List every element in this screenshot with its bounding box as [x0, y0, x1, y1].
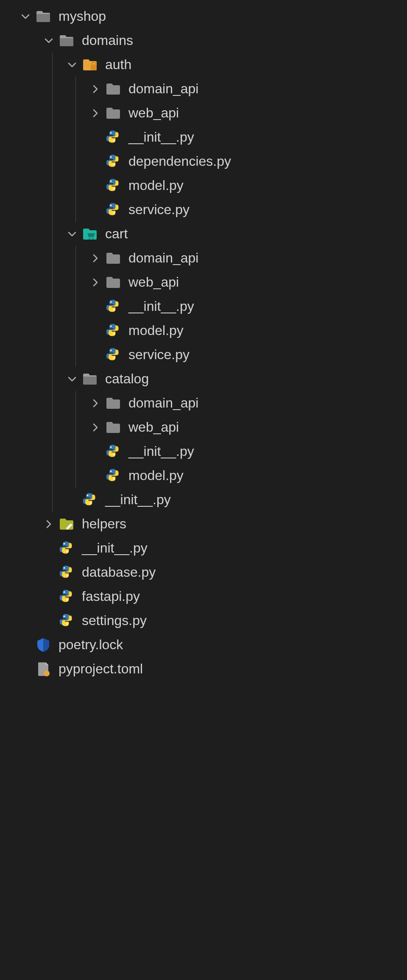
chevron-right-icon[interactable] [87, 274, 104, 291]
tree-item-label: __init__.py [105, 492, 171, 508]
tree-item[interactable]: model.py [0, 318, 407, 343]
tree-item[interactable]: domain_api [0, 77, 407, 101]
python-file-icon [104, 321, 123, 340]
python-file-icon [104, 297, 123, 316]
python-file-icon [104, 466, 123, 485]
tree-item[interactable]: service.py [0, 343, 407, 367]
tree-item-label: catalog [105, 371, 149, 387]
tree-item-label: dependencies.py [128, 154, 231, 169]
tree-item-label: pyproject.toml [59, 661, 143, 677]
tree-item[interactable]: __init__.py [0, 439, 407, 463]
folder-icon [104, 80, 123, 98]
tree-item-label: service.py [128, 347, 190, 363]
tree-item-label: service.py [128, 202, 190, 218]
tree-item-label: domain_api [128, 250, 198, 266]
tree-item[interactable]: web_api [0, 101, 407, 125]
lock-file-icon [34, 636, 53, 654]
chevron-placeholder [87, 153, 104, 170]
folder-open-icon [81, 370, 99, 388]
chevron-placeholder [64, 491, 81, 508]
tree-item[interactable]: cart [0, 222, 407, 246]
folder-cart-icon [81, 225, 99, 243]
tree-item[interactable]: __init__.py [0, 294, 407, 318]
tree-item-label: settings.py [82, 613, 147, 628]
chevron-placeholder [17, 661, 34, 678]
folder-open-icon [57, 31, 76, 50]
tree-item-label: domains [82, 33, 133, 48]
folder-open-icon [34, 7, 53, 26]
tree-item-label: cart [105, 226, 128, 242]
folder-icon [104, 418, 123, 437]
chevron-placeholder [40, 612, 57, 629]
python-file-icon [104, 128, 123, 147]
file-tree: myshopdomainsauthdomain_apiweb_api__init… [0, 4, 407, 681]
tree-item-label: __init__.py [128, 299, 194, 314]
chevron-placeholder [40, 588, 57, 605]
tree-item[interactable]: domain_api [0, 391, 407, 415]
tree-item[interactable]: web_api [0, 415, 407, 439]
folder-icon [104, 394, 123, 413]
chevron-right-icon[interactable] [87, 419, 104, 436]
tree-item-label: helpers [82, 516, 126, 532]
tree-item[interactable]: catalog [0, 367, 407, 391]
tree-item-label: database.py [82, 564, 156, 580]
chevron-down-icon[interactable] [17, 8, 34, 25]
tree-item[interactable]: dependencies.py [0, 149, 407, 173]
tree-item[interactable]: web_api [0, 270, 407, 294]
chevron-right-icon[interactable] [87, 250, 104, 267]
tree-item[interactable]: poetry.lock [0, 633, 407, 657]
tree-item-label: model.py [128, 178, 184, 193]
python-file-icon [104, 176, 123, 195]
tree-item[interactable]: settings.py [0, 609, 407, 633]
tree-item[interactable]: model.py [0, 173, 407, 198]
tree-item-label: model.py [128, 323, 184, 338]
chevron-down-icon[interactable] [40, 32, 57, 49]
tree-item[interactable]: __init__.py [0, 536, 407, 560]
tree-item[interactable]: helpers [0, 512, 407, 536]
python-file-icon [104, 442, 123, 461]
chevron-right-icon[interactable] [87, 395, 104, 412]
folder-icon [104, 249, 123, 268]
tree-item[interactable]: model.py [0, 463, 407, 488]
python-file-icon [57, 587, 76, 606]
tree-item-label: __init__.py [128, 129, 194, 145]
chevron-down-icon[interactable] [64, 226, 81, 243]
chevron-placeholder [17, 637, 34, 653]
tree-item-label: web_api [128, 274, 179, 290]
python-file-icon [104, 346, 123, 364]
chevron-right-icon[interactable] [40, 516, 57, 533]
python-file-icon [104, 152, 123, 171]
folder-edit-icon [57, 515, 76, 533]
python-file-icon [104, 201, 123, 219]
folder-icon [104, 273, 123, 292]
tree-item[interactable]: pyproject.toml [0, 657, 407, 681]
tree-item[interactable]: myshop [0, 4, 407, 28]
tree-item-label: domain_api [128, 395, 198, 411]
chevron-down-icon[interactable] [64, 371, 81, 388]
tree-item[interactable]: __init__.py [0, 488, 407, 512]
tree-item-label: web_api [128, 105, 179, 121]
chevron-right-icon[interactable] [87, 105, 104, 122]
tree-item[interactable]: domains [0, 28, 407, 53]
tree-item[interactable]: service.py [0, 198, 407, 222]
tree-item[interactable]: fastapi.py [0, 584, 407, 609]
chevron-placeholder [87, 177, 104, 194]
tree-item-label: __init__.py [82, 540, 148, 556]
tree-item[interactable]: domain_api [0, 246, 407, 270]
tree-item[interactable]: auth [0, 53, 407, 77]
tree-item[interactable]: __init__.py [0, 125, 407, 149]
chevron-placeholder [40, 540, 57, 557]
tree-item-label: web_api [128, 419, 179, 435]
chevron-down-icon[interactable] [64, 56, 81, 73]
chevron-placeholder [87, 346, 104, 363]
python-file-icon [57, 539, 76, 558]
chevron-placeholder [87, 298, 104, 315]
tree-item-label: __init__.py [128, 444, 194, 459]
folder-lock-icon [81, 56, 99, 74]
toml-file-icon [34, 660, 53, 678]
chevron-right-icon[interactable] [87, 81, 104, 98]
tree-item-label: poetry.lock [59, 637, 123, 653]
tree-item[interactable]: database.py [0, 560, 407, 584]
chevron-placeholder [87, 322, 104, 339]
python-file-icon [81, 491, 99, 509]
